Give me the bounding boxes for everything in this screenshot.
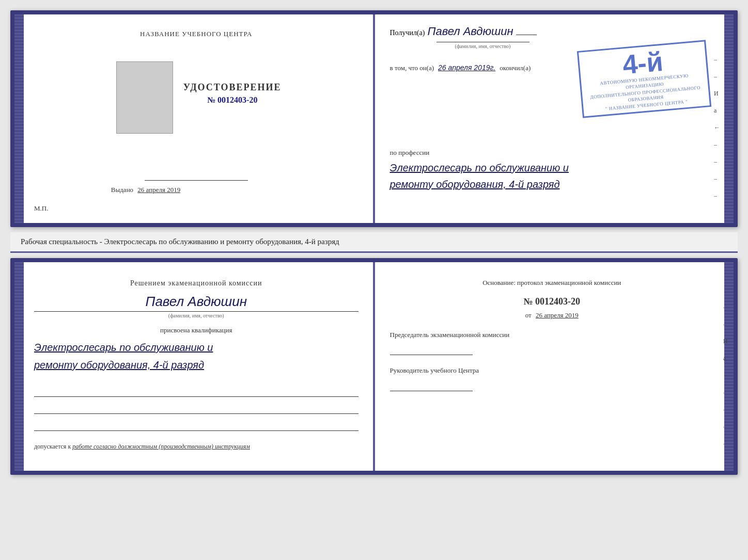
допускается-label: допускается к [34,443,71,450]
issued-line: Выдано 26 апреля 2019 [111,186,282,199]
issued-date: 26 апреля 2019 [137,186,180,194]
И-mark: И [714,90,720,98]
osnov-label: Основание: протокол экаменационной комис… [390,278,714,289]
left-header: НАЗВАНИЕ УЧЕБНОГО ЦЕНТРА [140,30,252,38]
chairman-sig-line [390,342,473,355]
protocol-number: № 0012403-20 [390,296,714,307]
допускается-line: допускается к работе согласно должностны… [34,443,359,451]
signature-lines [34,384,359,435]
r-arrow-mark: ← [723,372,729,379]
top-certificate: НАЗВАНИЕ УЧЕБНОГО ЦЕНТРА УДОСТОВЕРЕНИЕ №… [10,10,738,227]
qualification-label: присвоена квалификация [34,326,359,334]
fio-label-bottom: (фамилия, имя, отчество) [34,311,359,318]
person-name-top: Павел Авдюшин [427,25,513,38]
stamp-number: 4-й [621,47,664,78]
допускается-text: работе согласно должностным (производств… [72,443,250,450]
spine-left [14,14,24,223]
dash [516,35,537,35]
r-dash-6: – [723,440,729,447]
top-right-page: 4-й АВТОНОМНУЮ НЕКОММЕРЧЕСКУЮ ОРГАНИЗАЦИ… [375,14,725,223]
r-И-mark: И [723,338,729,345]
r-dash-4: – [723,406,729,413]
qualification-text: Электрослесарь по обслуживанию и ремонту… [34,339,359,374]
issue-date-right: 26 апреля 2019г. [438,63,495,72]
received-label: Получил(а) [390,29,425,37]
r-dash-5: – [723,423,729,430]
ot-date: 26 апреля 2019 [536,311,579,319]
profession-label: по профессии [390,149,714,157]
bottom-right-page: Основание: протокол экаменационной комис… [375,262,725,471]
ot-date-line: от 26 апреля 2019 [390,311,714,319]
sig-line-3 [34,418,359,431]
middle-text: Рабочая специальность - Электрослесарь п… [10,232,738,253]
spine-left-bottom [14,262,24,471]
received-line: Получил(а) Павел Авдюшин [390,25,714,38]
руководитель-sig-line [390,378,473,391]
issued-label: Выдано [111,186,133,194]
r-dash-1: – [723,303,729,311]
bottom-certificate: Решением экаменационной комиссии Павел А… [10,258,738,475]
r-dash-2: – [723,321,729,328]
spine-right [724,14,734,223]
r-а-mark: а [723,355,729,362]
mp-label: М.П. [34,204,48,213]
okончил-label: окончил(а) [500,64,531,72]
dash-3: – [714,141,720,149]
руководитель-label: Руководитель учебного Центра [390,365,714,376]
dash-6: – [714,192,720,200]
person-name-bottom: Павел Авдюшин [34,294,359,310]
stamp: 4-й АВТОНОМНУЮ НЕКОММЕРЧЕСКУЮ ОРГАНИЗАЦИ… [577,40,711,118]
cert-type-label: УДОСТОВЕРЕНИЕ [183,82,282,93]
dash-1: – [714,56,720,63]
sig-line-1 [34,384,359,397]
fio-label-top: (фамилия, имя, отчество) [437,42,529,49]
dash-2: – [714,73,720,81]
bottom-left-page: Решением экаменационной комиссии Павел А… [24,262,375,471]
sig-line-2 [34,401,359,414]
page-wrapper: НАЗВАНИЕ УЧЕБНОГО ЦЕНТРА УДОСТОВЕРЕНИЕ №… [10,10,738,475]
dash-4: – [714,158,720,166]
а-mark: а [714,107,720,115]
arrow-mark: ← [714,124,720,132]
r-dash-3: – [723,389,729,396]
chairman-label: Председатель экзаменационной комиссии [390,330,714,340]
dash-5: – [714,175,720,183]
top-left-page: НАЗВАНИЕ УЧЕБНОГО ЦЕНТРА УДОСТОВЕРЕНИЕ №… [24,14,375,223]
vtom-label: в том, что он(а) [390,64,434,72]
profession-text: Электрослесарь по обслуживанию и ремонту… [390,159,714,193]
photo-placeholder [116,61,173,134]
cert-number: № 0012403-20 [207,95,257,105]
ot-label: от [525,311,532,319]
exam-commission-header: Решением экаменационной комиссии [34,278,359,289]
